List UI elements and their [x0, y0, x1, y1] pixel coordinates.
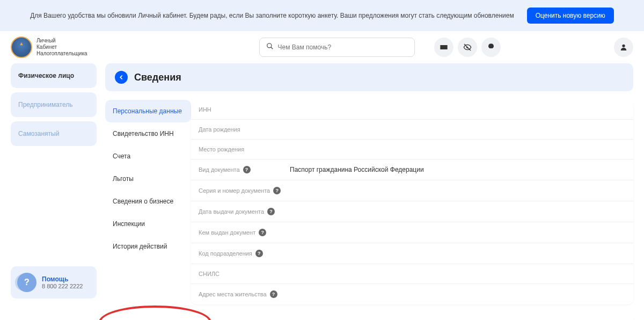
side-tab-5[interactable]: Инспекции [105, 213, 191, 235]
field-label: Адрес места жительства? [199, 290, 290, 298]
svg-point-0 [267, 43, 271, 48]
page-title: Сведения [134, 72, 181, 83]
help-card[interactable]: ? Помощь 8 800 222 2222 [11, 266, 97, 299]
data-row: СНИЛС [191, 264, 633, 284]
back-button[interactable] [115, 71, 128, 84]
emblem-icon [11, 37, 32, 58]
entity-tab-0[interactable]: Физическое лицо [11, 63, 97, 88]
data-row: Дата рождения [191, 120, 633, 140]
lightbulb-icon[interactable] [481, 38, 501, 57]
search-icon [266, 42, 274, 52]
data-row: ИНН [191, 100, 633, 120]
svg-point-2 [622, 45, 625, 47]
side-tabs: Персональные данныеСвидетельство ИННСчет… [105, 100, 191, 304]
field-label: Код подразделения? [199, 250, 290, 257]
visibility-off-icon[interactable] [458, 38, 477, 57]
hint-icon[interactable]: ? [270, 290, 277, 298]
field-label: Место рождения [199, 146, 290, 152]
profile-icon[interactable] [614, 38, 633, 57]
field-label: Кем выдан документ? [199, 229, 290, 236]
hint-icon[interactable]: ? [255, 250, 263, 257]
field-label: Дата рождения [199, 126, 290, 133]
field-label: Дата выдачи документа? [199, 208, 290, 215]
banner-text: Для Вашего удобства мы обновили Личный к… [30, 12, 514, 19]
side-tab-6[interactable]: История действий [105, 235, 191, 258]
data-panel: ИННДата рожденияМесто рожденияВид докуме… [191, 100, 633, 304]
data-row: Серия и номер документа? [191, 180, 633, 201]
data-row: Дата выдачи документа? [191, 201, 633, 222]
field-label: СНИЛС [199, 271, 290, 277]
logo[interactable]: Личный Кабинет Налогоплательщика [11, 37, 87, 58]
side-tab-2[interactable]: Счета [105, 145, 191, 168]
field-label: Серия и номер документа? [199, 187, 290, 194]
search-input[interactable] [259, 38, 415, 57]
header: Личный Кабинет Налогоплательщика [0, 31, 644, 63]
highlight-annotation [99, 306, 211, 320]
data-row: Кем выдан документ? [191, 222, 633, 243]
field-label: Вид документа? [199, 166, 290, 173]
side-tab-0[interactable]: Персональные данные [105, 100, 191, 122]
data-row: Код подразделения? [191, 243, 633, 264]
side-tab-1[interactable]: Свидетельство ИНН [105, 122, 191, 145]
data-row: Вид документа?Паспорт гражданина Российс… [191, 159, 633, 180]
search-field[interactable] [278, 43, 408, 51]
hint-icon[interactable]: ? [273, 187, 281, 194]
side-tab-3[interactable]: Льготы [105, 168, 191, 190]
evaluate-button[interactable]: Оценить новую версию [527, 8, 614, 24]
logo-text: Личный Кабинет Налогоплательщика [36, 38, 87, 57]
data-row: Место рождения [191, 140, 633, 159]
hint-icon[interactable]: ? [243, 166, 251, 173]
entity-tab-1[interactable]: Предприниматель [11, 92, 97, 117]
help-icon: ? [17, 273, 36, 292]
page-title-bar: Сведения [105, 63, 633, 91]
hint-icon[interactable]: ? [267, 208, 275, 215]
top-banner: Для Вашего удобства мы обновили Личный к… [0, 0, 644, 31]
hint-icon[interactable]: ? [259, 229, 266, 236]
svg-line-1 [270, 47, 273, 49]
field-value: Паспорт гражданина Российской Федерации [290, 166, 626, 173]
data-row: Адрес места жительства? [191, 284, 633, 304]
action-area: Уточнить персональные данные [105, 314, 633, 320]
mail-icon[interactable] [434, 38, 453, 57]
help-phone: 8 800 222 2222 [42, 283, 83, 289]
field-label: ИНН [199, 106, 290, 113]
help-title: Помощь [42, 275, 83, 283]
entity-tab-2[interactable]: Самозанятый [11, 121, 97, 146]
side-tab-4[interactable]: Сведения о бизнесе [105, 190, 191, 213]
